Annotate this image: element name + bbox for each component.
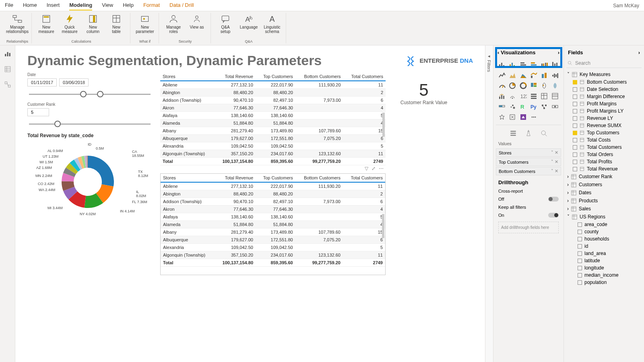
field-item[interactable]: Revenue LY <box>566 115 642 122</box>
col-header[interactable]: Top Customers <box>256 174 295 182</box>
col-header[interactable]: Top Customers <box>256 72 295 81</box>
menu-home[interactable]: Home <box>23 0 37 10</box>
analytics-tab-icon[interactable] <box>540 129 548 137</box>
field-well-item[interactable]: Bottom Customers˅ ✕ <box>496 167 561 175</box>
field-item[interactable]: longitude <box>566 264 642 272</box>
new-column-button[interactable]: New column <box>83 13 103 35</box>
viz-type-icon[interactable] <box>540 102 549 111</box>
manage-roles-button[interactable]: Manage roles <box>163 13 184 35</box>
col-header[interactable]: Stores <box>161 174 215 182</box>
table-row[interactable]: Abilene277,132.10222,017.90111,930.2011 <box>160 81 386 89</box>
field-item[interactable]: Revenue SUMX <box>566 122 642 129</box>
model-view-icon[interactable] <box>4 81 11 88</box>
field-item[interactable]: population <box>566 279 642 286</box>
col-header[interactable]: Total Customers <box>343 174 385 182</box>
viz-type-icon[interactable] <box>551 71 559 80</box>
new-measure-button[interactable]: New measure <box>36 13 57 35</box>
rank-slicer[interactable]: Customer Rank 5 <box>27 102 152 125</box>
viz-type-icon[interactable]: 123 <box>519 92 528 101</box>
table-row[interactable]: Alafaya138,140.60138,140.605 <box>161 213 385 221</box>
table-row[interactable]: Albany281,279.40173,489.80107,789.6015 <box>160 127 386 135</box>
new-table-button[interactable]: New table <box>106 13 127 35</box>
table-row[interactable]: Alameda51,884.8051,884.804 <box>160 119 386 127</box>
viz-type-icon[interactable] <box>508 113 517 121</box>
table-row[interactable]: Addison (Township)90,470.1082,497.107,97… <box>161 198 385 206</box>
field-item[interactable]: Total Profits <box>566 158 642 165</box>
manage-relationships-button[interactable]: Manage relationships <box>7 13 28 35</box>
viz-type-icon[interactable] <box>497 71 506 80</box>
viz-type-icon[interactable] <box>551 92 559 101</box>
scrollbar[interactable] <box>381 174 385 275</box>
cross-report-toggle[interactable] <box>548 197 559 202</box>
field-item[interactable]: Profit Margins <box>566 100 642 107</box>
col-header[interactable]: Bottom Customers <box>295 72 343 81</box>
field-table[interactable]: ›Sales <box>566 205 642 213</box>
report-view-icon[interactable] <box>4 50 11 58</box>
table-row[interactable]: Albany281,279.40173,489.80107,789.6015 <box>161 228 385 236</box>
date-slicer[interactable]: Date 01/11/2017 03/06/2018 <box>27 72 152 95</box>
linguistic-schema-button[interactable]: ALinguistic schema <box>262 13 283 35</box>
field-item[interactable]: Margin Difference <box>566 93 642 100</box>
field-item[interactable]: Total Customers <box>566 144 642 151</box>
filter-icon[interactable]: ▽ <box>365 166 368 171</box>
field-item[interactable]: latitude <box>566 257 642 264</box>
rank-slider[interactable] <box>29 123 151 125</box>
view-as-button[interactable]: View as <box>186 13 207 30</box>
viz-type-icon[interactable] <box>529 71 538 80</box>
field-item[interactable]: Bottom Customers <box>566 78 642 86</box>
table-row[interactable]: Abington88,480.2088,480.202 <box>160 89 386 97</box>
viz-type-icon[interactable] <box>497 102 506 111</box>
table-row[interactable]: Alameda51,884.8051,884.804 <box>161 221 385 228</box>
table-row[interactable]: Addison (Township)90,470.1082,497.107,97… <box>160 97 386 104</box>
format-tab-icon[interactable] <box>524 129 533 137</box>
quick-measure-button[interactable]: Quick measure <box>59 13 80 35</box>
menu-view[interactable]: View <box>102 0 113 10</box>
qa-setup-button[interactable]: Q&A setup <box>215 13 236 35</box>
field-table[interactable]: ˅Key Measures <box>566 70 642 78</box>
field-item[interactable]: Top Customers <box>566 129 642 136</box>
col-header[interactable]: Total Revenue <box>215 174 256 182</box>
table-row[interactable]: Algonquin (Township)357,150.20234,017.60… <box>161 251 385 259</box>
field-item[interactable]: Total Orders <box>566 151 642 158</box>
col-header[interactable]: Bottom Customers <box>295 174 343 182</box>
viz-type-icon[interactable] <box>497 60 506 69</box>
viz-type-icon[interactable] <box>508 92 517 101</box>
date-from-input[interactable]: 01/11/2017 <box>27 78 57 86</box>
table-row[interactable]: Abington88,480.2088,480.202 <box>161 190 385 198</box>
table-row[interactable]: Akron77,646.3077,646.304 <box>161 206 385 213</box>
viz-type-icon[interactable] <box>551 81 559 90</box>
viz-type-icon[interactable] <box>497 81 506 90</box>
field-item[interactable]: Total Costs <box>566 136 642 144</box>
fields-search[interactable]: Search <box>566 59 642 68</box>
viz-type-icon[interactable] <box>529 81 538 90</box>
viz-type-icon[interactable] <box>519 113 528 121</box>
date-to-input[interactable]: 03/06/2018 <box>59 78 89 86</box>
menu-insert[interactable]: Insert <box>47 0 60 10</box>
field-table[interactable]: ›Dates <box>566 189 642 197</box>
viz-type-icon[interactable] <box>529 113 538 121</box>
filters-pane-collapsed[interactable]: ◂ Filters <box>485 45 493 362</box>
new-parameter-button[interactable]: New parameter <box>134 13 155 35</box>
field-item[interactable]: land_area <box>566 250 642 257</box>
rank-input[interactable]: 5 <box>27 108 49 116</box>
table-row[interactable]: Albuquerque179,627.00172,551.807,075.206 <box>160 135 386 142</box>
field-item[interactable]: Profit Margins LY <box>566 107 642 115</box>
stores-table-1[interactable]: StoresTotal RevenueTop CustomersBottom C… <box>160 72 386 165</box>
col-header[interactable]: Total Customers <box>343 72 386 81</box>
viz-type-icon[interactable] <box>540 60 549 69</box>
viz-type-icon[interactable]: Py <box>529 102 538 111</box>
scrollbar[interactable] <box>382 72 386 165</box>
field-item[interactable]: county <box>566 228 642 235</box>
field-item[interactable]: median_income <box>566 272 642 279</box>
table-row[interactable]: Alafaya138,140.60138,140.605 <box>160 112 386 119</box>
field-well-item[interactable]: Stores˅ ✕ <box>496 148 561 157</box>
table-row[interactable]: Algonquin (Township)357,150.20234,017.60… <box>160 150 386 158</box>
menu-file[interactable]: File <box>5 0 13 10</box>
menu-help[interactable]: Help <box>123 0 134 10</box>
field-item[interactable]: Total Revenue <box>566 165 642 173</box>
menu-datadrill[interactable]: Data / Drill <box>169 0 194 10</box>
col-header[interactable]: Total Revenue <box>215 72 256 81</box>
chevron-right-icon[interactable]: › <box>558 49 559 56</box>
drillthrough-dropzone[interactable]: Add drillthrough fields here <box>498 222 559 233</box>
viz-type-icon[interactable] <box>519 71 528 80</box>
